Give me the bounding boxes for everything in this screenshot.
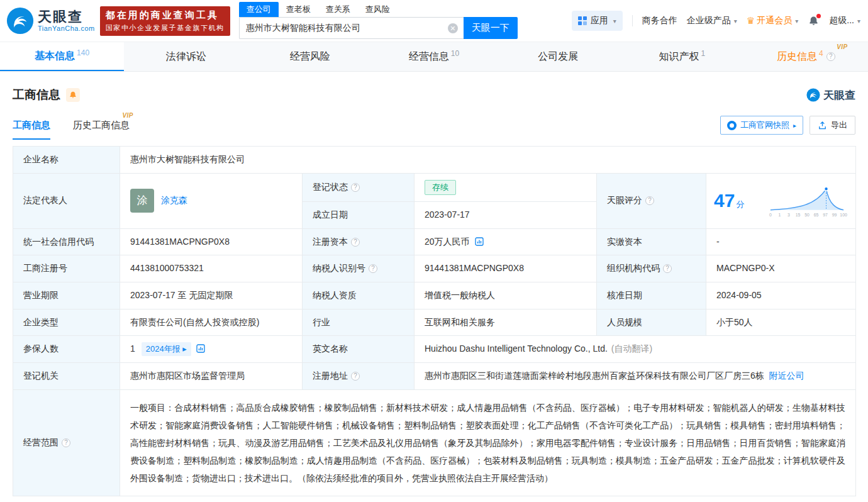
field-label: 纳税人资质: [313, 290, 357, 300]
chevron-down-icon: ▾: [613, 18, 616, 25]
top-header: 天眼查 TianYanCha.com 都在用的商业查询工具 国家中小企业发展子基…: [0, 0, 868, 42]
section-title: 工商信息: [13, 87, 60, 103]
page: 天眼查 TianYanCha.com 都在用的商业查询工具 国家中小企业发展子基…: [0, 0, 868, 496]
svg-text:50: 50: [804, 213, 810, 217]
tab-count: 140: [77, 48, 89, 57]
help-icon[interactable]: ?: [62, 438, 70, 447]
company-type-value-cell: 有限责任公司(自然人投资或控股): [120, 309, 303, 336]
chevron-down-icon: ▾: [857, 18, 860, 25]
help-icon[interactable]: ?: [351, 183, 360, 192]
avatar[interactable]: 涂: [130, 189, 154, 213]
tab-count: 10: [451, 49, 459, 58]
tab-label: 历史信息: [777, 50, 817, 64]
tianyancha-logo-icon: [806, 88, 820, 102]
snapshot-label: 工商官网快照: [740, 120, 789, 131]
org-code: MACPNGP0-X: [716, 263, 775, 273]
field-label: 纳税人识别号: [313, 263, 365, 273]
capital-history-icon[interactable]: [474, 237, 484, 247]
legal-rep-value-cell: 涂 涂克森: [120, 173, 303, 228]
reg-capital-label-cell: 注册资本?: [303, 228, 415, 255]
open-vip-label: 开通会员: [757, 15, 792, 26]
tab-company-development[interactable]: 公司发展: [496, 42, 620, 71]
export-label: 导出: [831, 120, 847, 131]
search-tab-relation[interactable]: 查关系: [318, 2, 358, 17]
svg-text:15: 15: [796, 213, 801, 217]
score-unit: 分: [736, 199, 744, 209]
insured-value-cell: 12024年报 ▸: [120, 336, 303, 363]
tab-operational-risk[interactable]: 经营风险: [248, 42, 372, 71]
menu-open-vip[interactable]: ♛ 开通会员 ▾: [747, 15, 798, 26]
subscribe-bell-icon[interactable]: [66, 88, 80, 102]
field-label: 核准日期: [607, 290, 642, 300]
industry: 互联网和相关服务: [425, 317, 495, 327]
section-title-wrap: 工商信息: [13, 87, 80, 103]
field-label: 法定代表人: [23, 195, 67, 205]
tianyancha-logo[interactable]: 天眼查 TianYanCha.com: [6, 7, 95, 35]
export-button[interactable]: 导出: [810, 116, 855, 135]
section-head: 工商信息 天眼查: [0, 72, 868, 103]
taxpayer-qual: 增值税一般纳税人: [425, 290, 495, 300]
tab-business-operations[interactable]: 经营信息10: [372, 42, 496, 71]
menu-enterprise-products[interactable]: 企业级产品 ▾: [687, 15, 737, 26]
annual-report-icon[interactable]: [196, 343, 206, 354]
tab-label: 经营信息: [409, 50, 449, 64]
sub-tabs: 工商信息 VIP 历史工商信息: [13, 120, 130, 140]
nearby-companies-link[interactable]: 附近公司: [769, 371, 804, 381]
search-tab-boss[interactable]: 查老板: [279, 2, 318, 17]
uscc-value-cell: 91441381MACPNGP0X8: [120, 228, 303, 255]
logo-domain: TianYanCha.com: [38, 25, 95, 32]
help-icon[interactable]: ?: [351, 372, 360, 381]
score-value: 47: [714, 190, 735, 211]
apps-label: 应用: [591, 15, 608, 26]
tab-history-info[interactable]: VIP 历史信息4 ?: [744, 42, 868, 71]
auto-translate-note: (自动翻译): [611, 343, 652, 354]
tab-label: 基本信息: [35, 50, 75, 63]
english-name-label-cell: 英文名称: [303, 336, 415, 363]
field-label: 经营范围: [23, 437, 58, 447]
search-button[interactable]: 天眼一下: [464, 17, 518, 39]
svg-text:0: 0: [769, 213, 772, 217]
export-icon: [818, 121, 827, 130]
help-icon[interactable]: ?: [826, 52, 835, 61]
help-icon[interactable]: ?: [645, 196, 654, 205]
clear-icon[interactable]: ✕: [448, 23, 458, 33]
bell-icon: [69, 91, 77, 99]
tab-legal-proceedings[interactable]: 法律诉讼: [124, 42, 248, 71]
help-icon[interactable]: ?: [663, 264, 672, 273]
field-label: 组织机构代码: [607, 263, 660, 273]
annual-report-link[interactable]: 2024年报 ▸: [142, 342, 191, 356]
search-tab-risk[interactable]: 查风险: [358, 2, 398, 17]
subtab-label: 工商信息: [13, 120, 50, 130]
tab-basic-info[interactable]: 基本信息140: [0, 42, 124, 71]
apps-menu[interactable]: 应用 ▾: [572, 11, 623, 31]
help-icon[interactable]: ?: [369, 264, 377, 273]
menu-super-vip[interactable]: 超级... ▾: [829, 15, 860, 26]
reg-address-value-cell: 惠州市惠阳区三和街道莲塘面棠梓岭村地段惠州百家益环保科技有限公司厂区厂房三6栋 …: [415, 363, 856, 390]
watermark-text: 天眼查: [823, 88, 855, 103]
search-input[interactable]: [239, 17, 464, 39]
subtab-history-business-info[interactable]: VIP 历史工商信息: [73, 120, 130, 140]
legal-rep-link[interactable]: 涂克森: [161, 194, 187, 208]
sub-actions: 工商官网快照 ▸ 导出: [720, 116, 855, 140]
business-scope-value-cell: 一般项目：合成材料销售；高品质合成橡胶销售；橡胶制品销售；新材料技术研发；成人情…: [120, 390, 856, 496]
field-label: 统一社会信用代码: [23, 237, 94, 247]
reg-authority-value-cell: 惠州市惠阳区市场监督管理局: [120, 363, 303, 390]
taxpayer-id-value-cell: 91441381MACPNGP0X8: [415, 255, 597, 282]
subtab-business-info[interactable]: 工商信息: [13, 120, 50, 140]
company-name-label-cell: 企业名称: [13, 147, 120, 174]
subtab-label: 历史工商信息: [73, 120, 130, 131]
reg-capital-value-cell: 20万人民币: [415, 228, 597, 255]
tab-intellectual-property[interactable]: 知识产权1: [620, 42, 744, 71]
menu-business-coop[interactable]: 商务合作: [642, 15, 677, 26]
field-label: 成立日期: [313, 209, 348, 220]
company-type: 有限责任公司(自然人投资或控股): [130, 317, 259, 327]
reg-no: 441381000753321: [130, 263, 204, 273]
paid-capital: -: [716, 237, 720, 247]
help-icon[interactable]: ?: [351, 238, 360, 247]
chevron-down-icon: ▾: [734, 18, 737, 25]
notification-dot: [816, 14, 821, 18]
search-input-wrap: ✕: [239, 17, 464, 39]
notification-bell[interactable]: [808, 15, 820, 27]
search-tab-company[interactable]: 查公司: [239, 2, 279, 17]
official-snapshot-button[interactable]: 工商官网快照 ▸: [720, 116, 803, 135]
